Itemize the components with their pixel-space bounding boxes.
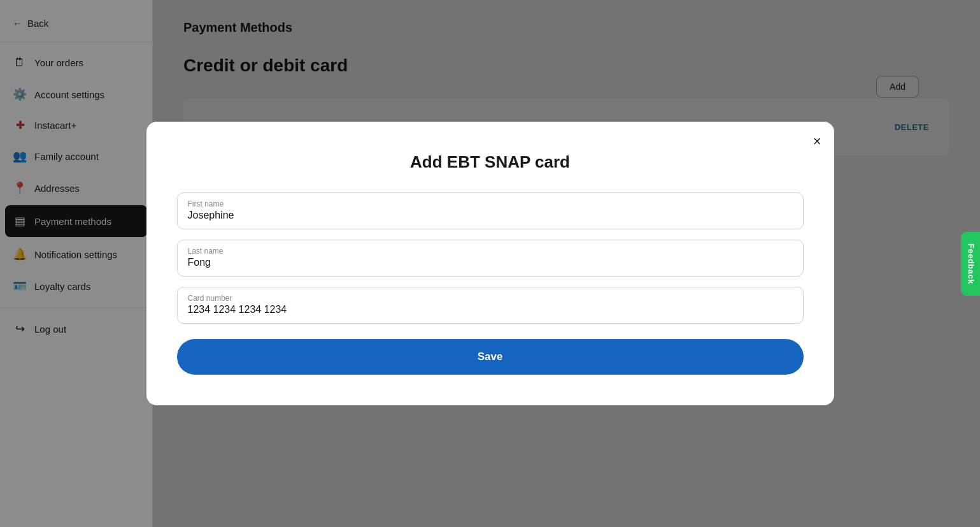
card-number-input[interactable]: [188, 304, 793, 315]
last-name-input[interactable]: [188, 257, 793, 268]
first-name-label: First name: [188, 199, 793, 208]
modal-title: Add EBT SNAP card: [177, 152, 804, 172]
feedback-label: Feedback: [967, 243, 976, 284]
first-name-field: First name: [177, 192, 804, 229]
modal-close-button[interactable]: ×: [813, 134, 821, 148]
card-number-field: Card number: [177, 287, 804, 324]
feedback-tab[interactable]: Feedback: [962, 232, 980, 296]
last-name-field: Last name: [177, 240, 804, 277]
add-ebt-modal: × Add EBT SNAP card First name Last name…: [146, 122, 834, 405]
card-number-label: Card number: [188, 294, 793, 303]
save-button[interactable]: Save: [177, 339, 804, 375]
card-number-group: Card number: [177, 287, 804, 324]
last-name-group: Last name: [177, 240, 804, 277]
first-name-group: First name: [177, 192, 804, 229]
last-name-label: Last name: [188, 247, 793, 256]
first-name-input[interactable]: [188, 210, 793, 221]
modal-overlay: × Add EBT SNAP card First name Last name…: [0, 0, 980, 527]
